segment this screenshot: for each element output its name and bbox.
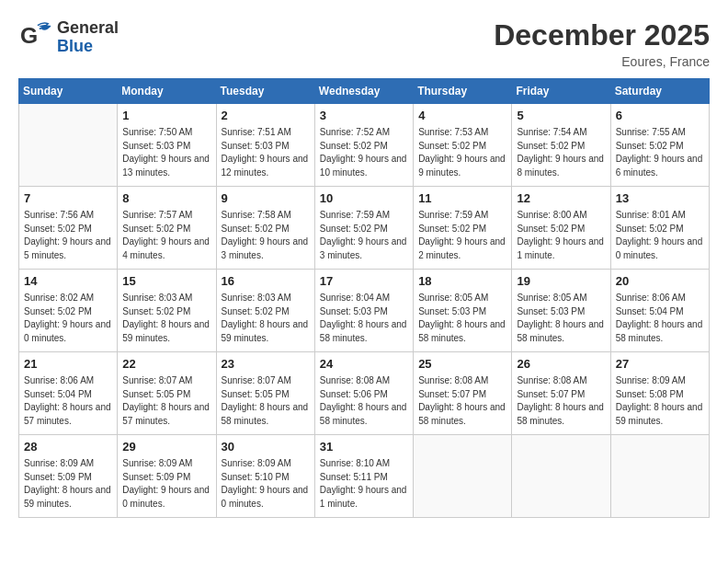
day-info: Sunrise: 8:08 AM Sunset: 5:07 PM Dayligh…	[418, 374, 506, 428]
calendar-day: 16Sunrise: 8:03 AM Sunset: 5:02 PM Dayli…	[216, 270, 314, 352]
day-info: Sunrise: 7:52 AM Sunset: 5:02 PM Dayligh…	[320, 126, 408, 179]
day-info: Sunrise: 8:09 AM Sunset: 5:09 PM Dayligh…	[122, 457, 210, 511]
day-number: 28	[24, 439, 112, 455]
day-info: Sunrise: 8:06 AM Sunset: 5:04 PM Dayligh…	[616, 292, 704, 345]
calendar-day: 8Sunrise: 7:57 AM Sunset: 5:02 PM Daylig…	[118, 187, 216, 270]
calendar-day: 14Sunrise: 8:02 AM Sunset: 5:02 PM Dayli…	[19, 270, 118, 352]
calendar-day: 30Sunrise: 8:09 AM Sunset: 5:10 PM Dayli…	[216, 435, 314, 518]
day-number: 27	[616, 356, 704, 373]
day-info: Sunrise: 8:08 AM Sunset: 5:06 PM Dayligh…	[320, 374, 408, 428]
day-info: Sunrise: 7:50 AM Sunset: 5:03 PM Dayligh…	[122, 126, 210, 179]
calendar-week-3: 14Sunrise: 8:02 AM Sunset: 5:02 PM Dayli…	[19, 270, 710, 352]
calendar-day: 19Sunrise: 8:05 AM Sunset: 5:03 PM Dayli…	[512, 270, 610, 352]
page-header: G General Blue December 2025 Eoures, Fra…	[18, 18, 710, 69]
day-info: Sunrise: 7:53 AM Sunset: 5:02 PM Dayligh…	[418, 126, 506, 179]
title-section: December 2025 Eoures, France	[494, 18, 710, 69]
day-info: Sunrise: 8:00 AM Sunset: 5:02 PM Dayligh…	[517, 209, 605, 262]
calendar-day	[512, 435, 610, 518]
day-info: Sunrise: 8:09 AM Sunset: 5:09 PM Dayligh…	[24, 457, 112, 511]
calendar-day: 3Sunrise: 7:52 AM Sunset: 5:02 PM Daylig…	[314, 104, 413, 187]
day-info: Sunrise: 7:54 AM Sunset: 5:02 PM Dayligh…	[517, 126, 605, 179]
day-number: 30	[222, 439, 310, 455]
day-info: Sunrise: 8:10 AM Sunset: 5:11 PM Dayligh…	[320, 457, 408, 511]
calendar-day: 6Sunrise: 7:55 AM Sunset: 5:02 PM Daylig…	[610, 104, 709, 187]
calendar-day	[414, 435, 512, 518]
day-number: 7	[24, 190, 112, 207]
calendar-day: 25Sunrise: 8:08 AM Sunset: 5:07 PM Dayli…	[414, 352, 512, 435]
calendar-week-2: 7Sunrise: 7:56 AM Sunset: 5:02 PM Daylig…	[19, 187, 710, 270]
logo-text: General Blue	[57, 19, 119, 56]
calendar-day: 22Sunrise: 8:07 AM Sunset: 5:05 PM Dayli…	[118, 352, 216, 435]
month-title: December 2025	[494, 18, 710, 52]
day-info: Sunrise: 8:08 AM Sunset: 5:07 PM Dayligh…	[517, 374, 605, 428]
day-info: Sunrise: 8:05 AM Sunset: 5:03 PM Dayligh…	[517, 292, 605, 345]
logo: G General Blue	[18, 18, 119, 57]
calendar-day: 1Sunrise: 7:50 AM Sunset: 5:03 PM Daylig…	[118, 104, 216, 187]
calendar-day: 24Sunrise: 8:08 AM Sunset: 5:06 PM Dayli…	[314, 352, 413, 435]
calendar-day	[19, 104, 118, 187]
day-info: Sunrise: 7:51 AM Sunset: 5:03 PM Dayligh…	[222, 126, 310, 179]
col-wednesday: Wednesday	[314, 79, 413, 104]
day-number: 19	[517, 273, 605, 290]
day-info: Sunrise: 8:07 AM Sunset: 5:05 PM Dayligh…	[122, 374, 210, 428]
day-number: 15	[122, 273, 210, 290]
col-sunday: Sunday	[19, 79, 118, 104]
day-number: 17	[320, 273, 408, 290]
day-info: Sunrise: 7:57 AM Sunset: 5:02 PM Dayligh…	[122, 209, 210, 262]
day-number: 25	[418, 356, 506, 373]
calendar-day: 28Sunrise: 8:09 AM Sunset: 5:09 PM Dayli…	[19, 435, 118, 518]
day-number: 12	[517, 190, 605, 207]
calendar-week-5: 28Sunrise: 8:09 AM Sunset: 5:09 PM Dayli…	[19, 435, 710, 518]
col-friday: Friday	[512, 79, 610, 104]
location: Eoures, France	[494, 54, 710, 69]
calendar-day: 20Sunrise: 8:06 AM Sunset: 5:04 PM Dayli…	[610, 270, 709, 352]
calendar-day	[610, 435, 709, 518]
calendar-day: 10Sunrise: 7:59 AM Sunset: 5:02 PM Dayli…	[314, 187, 413, 270]
day-number: 5	[517, 108, 605, 124]
calendar-day: 29Sunrise: 8:09 AM Sunset: 5:09 PM Dayli…	[118, 435, 216, 518]
day-info: Sunrise: 8:01 AM Sunset: 5:02 PM Dayligh…	[616, 209, 704, 262]
day-info: Sunrise: 7:59 AM Sunset: 5:02 PM Dayligh…	[320, 209, 408, 262]
day-info: Sunrise: 8:09 AM Sunset: 5:10 PM Dayligh…	[222, 457, 310, 511]
calendar-day: 26Sunrise: 8:08 AM Sunset: 5:07 PM Dayli…	[512, 352, 610, 435]
calendar-week-4: 21Sunrise: 8:06 AM Sunset: 5:04 PM Dayli…	[19, 352, 710, 435]
day-number: 2	[222, 108, 310, 124]
day-number: 10	[320, 190, 408, 207]
day-info: Sunrise: 7:58 AM Sunset: 5:02 PM Dayligh…	[222, 209, 310, 262]
calendar-day: 21Sunrise: 8:06 AM Sunset: 5:04 PM Dayli…	[19, 352, 118, 435]
calendar-day: 4Sunrise: 7:53 AM Sunset: 5:02 PM Daylig…	[414, 104, 512, 187]
calendar-day: 12Sunrise: 8:00 AM Sunset: 5:02 PM Dayli…	[512, 187, 610, 270]
day-info: Sunrise: 8:06 AM Sunset: 5:04 PM Dayligh…	[24, 374, 112, 428]
day-number: 22	[122, 356, 210, 373]
calendar-day: 27Sunrise: 8:09 AM Sunset: 5:08 PM Dayli…	[610, 352, 709, 435]
day-info: Sunrise: 8:03 AM Sunset: 5:02 PM Dayligh…	[222, 292, 310, 345]
col-saturday: Saturday	[610, 79, 709, 104]
col-monday: Monday	[118, 79, 216, 104]
day-info: Sunrise: 8:05 AM Sunset: 5:03 PM Dayligh…	[418, 292, 506, 345]
day-number: 9	[222, 190, 310, 207]
day-info: Sunrise: 8:03 AM Sunset: 5:02 PM Dayligh…	[122, 292, 210, 345]
day-info: Sunrise: 8:07 AM Sunset: 5:05 PM Dayligh…	[222, 374, 310, 428]
day-number: 6	[616, 108, 704, 124]
day-number: 14	[24, 273, 112, 290]
calendar-day: 31Sunrise: 8:10 AM Sunset: 5:11 PM Dayli…	[314, 435, 413, 518]
day-number: 26	[517, 356, 605, 373]
calendar-day: 18Sunrise: 8:05 AM Sunset: 5:03 PM Dayli…	[414, 270, 512, 352]
calendar-day: 5Sunrise: 7:54 AM Sunset: 5:02 PM Daylig…	[512, 104, 610, 187]
calendar-header-row: Sunday Monday Tuesday Wednesday Thursday…	[19, 79, 710, 104]
day-info: Sunrise: 8:02 AM Sunset: 5:02 PM Dayligh…	[24, 292, 112, 345]
calendar-week-1: 1Sunrise: 7:50 AM Sunset: 5:03 PM Daylig…	[19, 104, 710, 187]
day-info: Sunrise: 7:56 AM Sunset: 5:02 PM Dayligh…	[24, 209, 112, 262]
day-number: 24	[320, 356, 408, 373]
day-info: Sunrise: 7:55 AM Sunset: 5:02 PM Dayligh…	[616, 126, 704, 179]
day-number: 11	[418, 190, 506, 207]
day-number: 23	[222, 356, 310, 373]
day-number: 4	[418, 108, 506, 124]
day-number: 3	[320, 108, 408, 124]
calendar-day: 17Sunrise: 8:04 AM Sunset: 5:03 PM Dayli…	[314, 270, 413, 352]
calendar-day: 23Sunrise: 8:07 AM Sunset: 5:05 PM Dayli…	[216, 352, 314, 435]
calendar-day: 13Sunrise: 8:01 AM Sunset: 5:02 PM Dayli…	[610, 187, 709, 270]
day-number: 21	[24, 356, 112, 373]
day-info: Sunrise: 8:04 AM Sunset: 5:03 PM Dayligh…	[320, 292, 408, 345]
calendar-day: 2Sunrise: 7:51 AM Sunset: 5:03 PM Daylig…	[216, 104, 314, 187]
